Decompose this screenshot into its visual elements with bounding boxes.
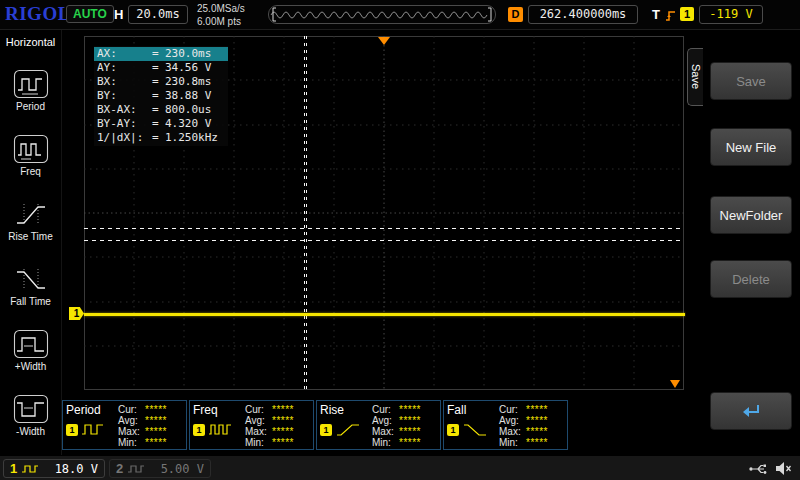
fall-time-icon <box>462 422 488 437</box>
measurement-fall[interactable]: Fall 1 Cur:***** Avg:***** Max:***** Min… <box>443 400 568 450</box>
stat-label: Cur: <box>499 404 526 415</box>
back-button[interactable] <box>710 392 792 430</box>
channel-badge: 1 <box>320 424 332 436</box>
stat-value: ***** <box>145 415 167 426</box>
stat-label: Max: <box>499 426 526 437</box>
cursor-row-label: 1/|dX|: <box>94 131 152 145</box>
stat-label: Cur: <box>118 404 145 415</box>
timebase-readout[interactable]: 20.0ms <box>128 5 188 24</box>
cursor-line-ay[interactable] <box>84 228 684 229</box>
stat-value: ***** <box>145 426 167 437</box>
stat-label: Max: <box>245 426 272 437</box>
return-arrow-icon <box>738 402 764 420</box>
stat-value: ***** <box>526 426 548 437</box>
delay-indicator: D <box>508 7 523 22</box>
channel1-status[interactable]: 1 18.0 V <box>3 459 105 478</box>
trigger-slope-icon <box>664 8 677 22</box>
cursor-readout-panel: AX: = 230.0ms AY: = 34.56 V BX: = 230.8m… <box>94 46 228 146</box>
equals-sign: = <box>152 117 165 131</box>
channel-badge: 1 <box>447 424 459 436</box>
cursor-row-value: 800.0us <box>165 103 228 117</box>
measurement-title: Freq <box>193 403 245 417</box>
cursor-row-label: AY: <box>94 61 152 75</box>
memory-depth-readout: 6.00M pts <box>197 16 241 27</box>
sidebar-item-rise-time[interactable]: Rise Time <box>0 180 61 245</box>
stat-label: Cur: <box>245 404 272 415</box>
frequency-waveform-icon <box>13 134 49 164</box>
positive-width-icon <box>13 329 49 359</box>
measurement-period[interactable]: Period 1 Cur:***** Avg:***** Max:***** M… <box>62 400 187 450</box>
channel-badge: 1 <box>193 424 205 436</box>
delete-button[interactable]: Delete <box>710 260 792 298</box>
run-state-badge: AUTO <box>66 5 114 23</box>
stat-value: ***** <box>145 404 167 415</box>
fall-time-icon <box>13 264 49 294</box>
cursor-line-by[interactable] <box>84 240 684 241</box>
channel2-status[interactable]: 2 5.00 V <box>109 459 211 478</box>
rise-time-icon <box>13 199 49 229</box>
waveform-overview-strip[interactable] <box>268 5 496 24</box>
trigger-level-readout[interactable]: -119 V <box>699 5 763 24</box>
cursor-row-label: AX: <box>94 47 152 61</box>
menu-tab-save: Save <box>687 48 703 106</box>
stat-label: Cur: <box>372 404 399 415</box>
measure-sidebar: Horizontal Period Freq <box>0 30 62 455</box>
channel2-number: 2 <box>116 461 123 476</box>
measurement-title: Fall <box>447 403 499 417</box>
horizontal-offset-readout[interactable]: 262.400000ms <box>528 5 638 24</box>
stat-label: Min: <box>499 437 526 448</box>
stat-label: Min: <box>118 437 145 448</box>
stat-label: Max: <box>118 426 145 437</box>
sidebar-item-freq[interactable]: Freq <box>0 115 61 180</box>
sidebar-item-pos-width[interactable]: +Width <box>0 310 61 375</box>
period-waveform-icon <box>13 69 49 99</box>
cursor-line-bx[interactable] <box>306 36 307 390</box>
new-folder-button[interactable]: NewFolder <box>710 196 792 234</box>
overview-waveform-icon <box>269 6 495 23</box>
measurement-rise[interactable]: Rise 1 Cur:***** Avg:***** Max:***** Min… <box>316 400 441 450</box>
negative-width-icon <box>13 394 49 424</box>
cursor-row-bx[interactable]: BX: = 230.8ms <box>94 75 228 89</box>
cursor-row-by-ay[interactable]: BY-AY: = 4.320 V <box>94 117 228 131</box>
trigger-position-marker[interactable] <box>378 37 390 45</box>
trigger-level-marker[interactable] <box>670 380 680 388</box>
sidebar-item-label: -Width <box>16 426 45 437</box>
cursor-row-value: 34.56 V <box>165 61 228 75</box>
equals-sign: = <box>152 103 165 117</box>
channel-badge: 1 <box>66 424 78 436</box>
stat-label: Min: <box>372 437 399 448</box>
save-button[interactable]: Save <box>710 62 792 100</box>
cursor-row-label: BY-AY: <box>94 117 152 131</box>
sidebar-item-label: Freq <box>20 166 41 177</box>
stat-value: ***** <box>526 415 548 426</box>
sidebar-item-label: Rise Time <box>8 231 52 242</box>
stat-label: Avg: <box>118 415 145 426</box>
cursor-row-ay[interactable]: AY: = 34.56 V <box>94 61 228 75</box>
rise-time-icon <box>335 422 361 437</box>
cursor-row-by[interactable]: BY: = 38.88 V <box>94 89 228 103</box>
channel1-ground-marker[interactable]: 1 <box>69 307 84 320</box>
sidebar-item-neg-width[interactable]: -Width <box>0 375 61 440</box>
measure-category-title[interactable]: Horizontal <box>0 30 61 48</box>
measurement-title: Rise <box>320 403 372 417</box>
sidebar-item-fall-time[interactable]: Fall Time <box>0 245 61 310</box>
cursor-row-label: BX-AX: <box>94 103 152 117</box>
measurement-freq[interactable]: Freq 1 Cur:***** Avg:***** Max:***** Min… <box>189 400 314 450</box>
cursor-row-inverse-dx[interactable]: 1/|dX|: = 1.250kHz <box>94 131 228 145</box>
channel1-scale: 18.0 V <box>55 462 98 476</box>
channel2-scale: 5.00 V <box>161 462 204 476</box>
soft-menu-panel: Save Save New File NewFolder Delete <box>686 30 800 455</box>
new-file-button[interactable]: New File <box>710 128 792 166</box>
sidebar-item-label: Period <box>16 101 45 112</box>
top-status-bar: RIGOL AUTO H 20.0ms 25.0MSa/s 6.00M pts … <box>0 0 800 30</box>
channel1-trace <box>84 313 685 316</box>
cursor-line-ax[interactable] <box>304 36 305 390</box>
equals-sign: = <box>152 131 165 145</box>
equals-sign: = <box>152 89 165 103</box>
cursor-row-bx-ax[interactable]: BX-AX: = 800.0us <box>94 103 228 117</box>
cursor-row-ax[interactable]: AX: = 230.0ms <box>94 47 228 61</box>
stat-label: Avg: <box>245 415 272 426</box>
cursor-row-value: 1.250kHz <box>165 131 228 145</box>
sidebar-item-period[interactable]: Period <box>0 50 61 115</box>
frequency-waveform-icon <box>208 422 234 437</box>
